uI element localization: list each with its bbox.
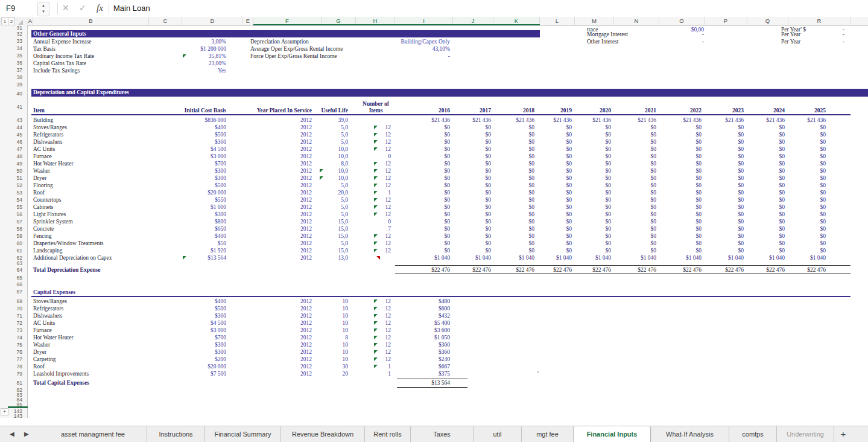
row-number-57[interactable]: 57 (0, 219, 22, 225)
capital-expenses-title[interactable]: Capital Expenses (33, 289, 75, 296)
row-number-65[interactable]: 65 (0, 275, 22, 281)
general-label-r37[interactable]: Include Tax Savings (33, 68, 80, 74)
row-number-61[interactable]: 61 (0, 248, 22, 254)
outline-expand-button[interactable]: + (1, 408, 8, 415)
row-number-63[interactable]: 63 (0, 262, 22, 265)
cap-amount-r77[interactable]: $240 (360, 356, 450, 363)
row-number-32[interactable]: 32 (0, 31, 22, 37)
tabs-scroll-right-icon[interactable]: ▶ (24, 426, 29, 442)
sheet-tab-asset-managment-fee[interactable]: asset managment fee (39, 426, 147, 442)
col-header-life[interactable]: Useful Life (258, 107, 348, 114)
column-header-R[interactable]: R (788, 17, 851, 25)
right-tail-r32[interactable]: - (754, 31, 844, 38)
dep-cost-r58[interactable]: $650 (136, 226, 226, 232)
dep-item-r47[interactable]: AC Units (33, 146, 55, 153)
dep-item-r59[interactable]: Fencing (33, 233, 52, 240)
sheet-tab-revenue-breakdown[interactable]: Revenue Breakdown (281, 426, 365, 442)
dep-val-r52-y2025[interactable]: $0 (735, 182, 826, 189)
dep-item-r48[interactable]: Furnace (33, 153, 52, 160)
cap-cost-r70[interactable]: $500 (136, 306, 226, 312)
column-header-A[interactable]: A (28, 17, 33, 25)
row-number-45[interactable]: 45 (0, 132, 22, 138)
dep-val-r53-y2025[interactable]: $0 (735, 190, 826, 196)
dep-cost-r49[interactable]: $700 (136, 161, 226, 167)
dep-item-r45[interactable]: Refrigerators (33, 132, 63, 138)
general-value-r36[interactable]: 23,00% (136, 60, 226, 67)
cap-item-r75[interactable]: Washer (33, 342, 50, 348)
dep-cost-r57[interactable]: $800 (136, 219, 226, 225)
row-number-58[interactable]: 58 (0, 226, 22, 232)
general-label-r35[interactable]: Ordinary Income Tax Rate (33, 53, 94, 60)
formula-input[interactable]: Main Loan (113, 0, 150, 16)
column-header-D[interactable]: D (182, 17, 243, 25)
row-number-53[interactable]: 53 (0, 190, 22, 196)
dep-item-r58[interactable]: Concrete (33, 226, 54, 232)
general-value-r34[interactable]: $1 200 000 (136, 46, 226, 53)
name-box-stepper[interactable]: ▲ ▼ (37, 2, 49, 16)
column-header-O[interactable]: O (659, 17, 705, 25)
cap-amount-r78[interactable]: $667 (360, 364, 450, 370)
column-header-P[interactable]: P (705, 17, 747, 25)
outline-level-2-button[interactable]: 2 (8, 18, 15, 25)
dep-val-r45-y2025[interactable]: $0 (735, 132, 826, 138)
insert-function-icon[interactable]: fx (97, 0, 103, 16)
row-number-43[interactable]: 43 (0, 117, 22, 124)
right-tail-r33[interactable]: - (754, 39, 844, 45)
cap-cost-r75[interactable]: $300 (136, 342, 226, 348)
row-number-35[interactable]: 35 (0, 53, 22, 59)
cap-item-r79[interactable]: Leashold Improvements (33, 371, 89, 377)
column-header-C[interactable]: C (149, 17, 182, 25)
sheet-tab-underwriting[interactable]: Underwriting (777, 426, 834, 442)
general-value-r33[interactable]: 3,00% (136, 39, 226, 45)
dep-cost-r43[interactable]: $836 000 (136, 117, 226, 124)
cap-amount-r79[interactable]: $375 (360, 371, 450, 377)
dep-cost-r48[interactable]: $3 000 (136, 153, 226, 160)
add-sheet-button[interactable]: + (834, 426, 852, 442)
row-number-77[interactable]: 77 (0, 356, 22, 363)
row-number-52[interactable]: 52 (0, 182, 22, 189)
row-number-56[interactable]: 56 (0, 211, 22, 218)
dep-val-r50-y2025[interactable]: $0 (735, 168, 826, 175)
dep-item-r61[interactable]: Landscaping (33, 248, 63, 254)
row-number-50[interactable]: 50 (0, 168, 22, 175)
mid-value-r35[interactable]: - (360, 53, 450, 60)
dep-val-r55-y2025[interactable]: $0 (735, 204, 826, 211)
general-value-r35[interactable]: 35,81% (136, 53, 226, 60)
row-number-81[interactable]: 81 (0, 379, 22, 388)
cap-item-r70[interactable]: Refrigerators (33, 306, 63, 312)
dep-cost-r61[interactable]: $1 920 (136, 248, 226, 254)
general-value-r37[interactable]: Yes (136, 68, 226, 74)
stepper-up-icon[interactable]: ▲ (38, 2, 49, 8)
cap-amount-r76[interactable]: $360 (360, 349, 450, 356)
cap-amount-r72[interactable]: $5 400 (360, 320, 450, 327)
dep-item-r49[interactable]: Hot Water Heater (33, 161, 74, 167)
row-number-70[interactable]: 70 (0, 306, 22, 312)
cap-cost-r76[interactable]: $300 (136, 349, 226, 356)
dep-val-r59-y2025[interactable]: $0 (735, 233, 826, 240)
sheet-tab-rent-rolls[interactable]: Rent rolls (365, 426, 411, 442)
total-dep-label[interactable]: Total Depreciation Expense (33, 267, 100, 274)
row-number-78[interactable]: 78 (0, 364, 22, 370)
row-number-48[interactable]: 48 (0, 153, 22, 160)
dep-cost-r47[interactable]: $4 500 (136, 146, 226, 153)
tabs-scroll-left-icon[interactable]: ◀ (10, 426, 14, 442)
cap-cost-r78[interactable]: $20 000 (136, 364, 226, 370)
dep-val-r60-y2025[interactable]: $0 (735, 240, 826, 247)
select-all-icon[interactable] (18, 20, 23, 25)
row-number-38[interactable]: 38 (0, 74, 22, 81)
dep-cost-r62[interactable]: $13 564 (136, 255, 226, 261)
sheet-tab-financial-summary[interactable]: Financial Summary (205, 426, 281, 442)
total-cap-value[interactable]: $13 564 (360, 380, 450, 386)
row-number-55[interactable]: 55 (0, 204, 22, 211)
dep-cost-r52[interactable]: $500 (136, 182, 226, 189)
dep-val-r61-y2025[interactable]: $0 (735, 248, 826, 254)
col-header-cost[interactable]: Initial Cost Basis (136, 107, 226, 114)
dep-cost-r53[interactable]: $20 000 (136, 190, 226, 196)
dep-item-r54[interactable]: Countertops (33, 197, 61, 203)
mid-label-r33[interactable]: Depreciation Assumption (250, 39, 309, 45)
dep-val-r44-y2025[interactable]: $0 (735, 124, 826, 131)
total-dep-val-y2025[interactable]: $22 476 (735, 267, 826, 274)
row-number-46[interactable]: 46 (0, 139, 22, 146)
dep-val-r62-y2025[interactable]: $1 040 (735, 255, 826, 261)
dep-cost-r55[interactable]: $1 000 (136, 204, 226, 211)
